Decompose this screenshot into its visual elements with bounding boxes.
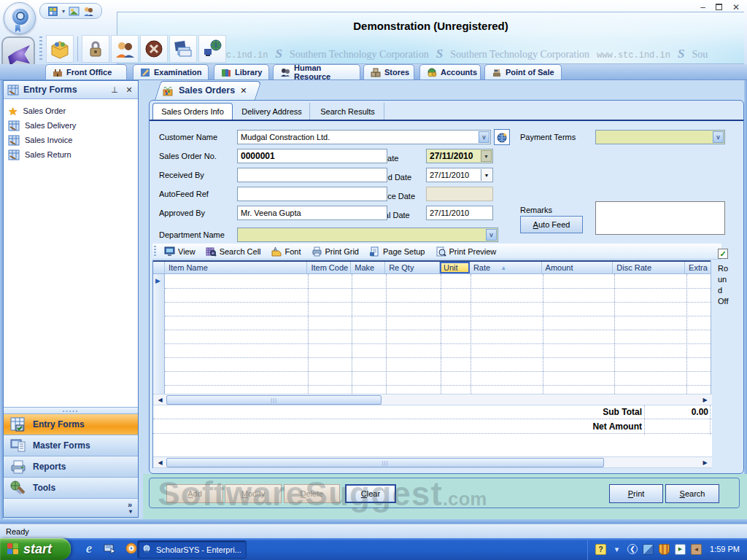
grid-tool-icon[interactable]	[47, 6, 58, 17]
tab-human-resource[interactable]: Human Resource	[273, 64, 360, 79]
arrange-tray-icon[interactable]: ▾	[611, 544, 622, 555]
grid-hscrollbar[interactable]: ◀ ||| ▶	[153, 394, 712, 405]
dropdown-icon[interactable]: v	[479, 131, 489, 143]
sidebar-splitter[interactable]: •••••	[4, 407, 138, 413]
dropdown-icon[interactable]: v	[713, 131, 724, 143]
network-tray-icon[interactable]	[643, 544, 654, 555]
sidebar-item-sales-return[interactable]: Sales Return	[4, 147, 138, 162]
security-shield-tray-icon[interactable]	[659, 544, 670, 555]
subtab-sales-orders-info[interactable]: Sales Orders Info	[152, 103, 233, 120]
nav-master-forms[interactable]: Master Forms	[4, 435, 138, 456]
auto-feed-button[interactable]: Auto Feed	[520, 216, 583, 233]
scroll-left-icon[interactable]: ◀	[155, 458, 166, 467]
approved-by-input[interactable]: Mr. Veena Gupta	[237, 206, 387, 220]
taskbar-task-scholarsys[interactable]: ScholarSYS - Enterpri...	[137, 540, 247, 559]
scroll-right-icon[interactable]: ▶	[700, 458, 711, 467]
sidebar-item-sales-invoice[interactable]: Sales Invoice	[4, 133, 138, 147]
totals-hscrollbar[interactable]: ◀ ||| ▶	[153, 456, 712, 468]
column-re-qty[interactable]: Re Qty	[385, 262, 440, 273]
delete-button[interactable]: Delete	[284, 484, 340, 503]
close-button[interactable]: ✕	[732, 3, 740, 12]
sidebar-item-sales-order[interactable]: ★ Sales Order	[4, 104, 138, 118]
package-toolbar-button[interactable]	[46, 35, 74, 63]
print-grid-button[interactable]: Print Grid	[308, 246, 363, 257]
lock-toolbar-button[interactable]	[82, 35, 109, 63]
sidebar-close-icon[interactable]: ✕	[124, 85, 134, 95]
search-button[interactable]: Search	[665, 484, 719, 503]
round-off-checkbox[interactable]: ✓	[718, 249, 728, 259]
column-amount[interactable]: Amount	[542, 262, 614, 273]
tab-accounts[interactable]: Accounts	[419, 64, 481, 79]
received-date-picker[interactable]: 27/11/2010 ▼	[426, 168, 493, 182]
remarks-textarea[interactable]	[595, 201, 725, 235]
nav-overflow-button[interactable]: » ▾	[4, 498, 138, 517]
books-toolbar-button[interactable]	[169, 35, 197, 63]
column-unit-selected[interactable]: Unit	[440, 262, 470, 273]
tab-stores[interactable]: Stores	[363, 64, 414, 79]
payment-terms-combo[interactable]: v	[595, 130, 725, 144]
print-button[interactable]: Print	[609, 484, 663, 503]
scroll-left-icon[interactable]: ◀	[155, 395, 166, 405]
page-setup-button[interactable]: Page Setup	[365, 246, 429, 257]
pin-icon[interactable]: ⊥	[109, 85, 120, 95]
column-make[interactable]: Make	[351, 262, 385, 273]
department-name-combo[interactable]: v	[237, 228, 498, 242]
scrollbar-thumb[interactable]: |||	[166, 458, 604, 467]
nav-entry-forms[interactable]: Entry Forms	[4, 413, 138, 435]
subtab-search-results[interactable]: Search Results	[311, 103, 384, 120]
minimize-button[interactable]: –	[700, 3, 705, 12]
dropdown-icon[interactable]: v	[486, 229, 497, 241]
media-player-icon[interactable]	[124, 541, 139, 556]
scroll-right-icon[interactable]: ▶	[700, 395, 711, 405]
users-toolbar-button[interactable]	[111, 35, 139, 63]
customer-lookup-button[interactable]	[494, 129, 510, 145]
dropdown-icon[interactable]: ▼	[481, 169, 492, 181]
add-button[interactable]: Add	[166, 484, 223, 503]
column-extra[interactable]: Extra	[685, 262, 711, 273]
autofeed-ref-input[interactable]	[237, 187, 387, 201]
sidebar-item-sales-delivery[interactable]: Sales Delivery	[4, 118, 138, 133]
modify-button[interactable]: Modify	[225, 484, 282, 503]
tab-front-office[interactable]: Front Office	[45, 64, 127, 79]
tab-examination[interactable]: Examination	[133, 64, 209, 79]
nav-reports[interactable]: Reports	[4, 456, 138, 477]
grid-body[interactable]: ▶	[153, 274, 711, 394]
view-button[interactable]: View	[160, 246, 199, 257]
customer-name-combo[interactable]: Mudgal Constraction Ltd. v	[237, 130, 491, 144]
point-of-sale-icon	[492, 68, 502, 77]
help-tray-icon[interactable]: ?	[595, 544, 606, 555]
dropdown-icon[interactable]: ▼	[481, 150, 492, 162]
column-disc-rate[interactable]: Disc Rate	[613, 262, 685, 273]
tab-library[interactable]: Library	[214, 64, 269, 79]
column-rate[interactable]: Rate▲	[470, 262, 542, 273]
search-cell-button[interactable]: Search Cell	[202, 246, 265, 257]
application-menu-button[interactable]	[4, 2, 36, 34]
approval-date-field[interactable]: 27/11/2010	[426, 206, 493, 220]
collapse-tray-icon[interactable]: ❮	[627, 544, 638, 554]
column-item-name[interactable]: Item Name	[165, 262, 307, 273]
volume-tray-icon[interactable]: ◄	[691, 544, 702, 555]
picture-tool-icon[interactable]	[69, 6, 80, 17]
start-button[interactable]: start	[0, 538, 71, 560]
tab-point-of-sale[interactable]: Point of Sale	[484, 64, 562, 79]
users-tool-icon[interactable]	[83, 6, 94, 17]
font-button[interactable]: A Font	[268, 246, 305, 257]
document-tab-close-icon[interactable]: ✕	[240, 86, 247, 96]
print-preview-button[interactable]: Print Preview	[432, 246, 500, 257]
scheduler-tray-icon[interactable]: ▶	[675, 544, 686, 555]
sales-order-no-input[interactable]: 0000001	[237, 149, 387, 163]
restore-button[interactable]	[716, 4, 722, 10]
scrollbar-thumb[interactable]: |||	[166, 395, 382, 405]
column-item-code[interactable]: Item Code	[307, 262, 351, 273]
network-toolbar-button[interactable]	[198, 35, 226, 63]
internet-explorer-icon[interactable]: e	[82, 541, 96, 556]
qat-dropdown-icon[interactable]: ▾	[62, 8, 65, 15]
cancel-toolbar-button[interactable]	[140, 35, 168, 63]
received-by-input[interactable]	[237, 168, 387, 182]
subtab-delivery-address[interactable]: Delivery Address	[234, 103, 310, 120]
document-tab-sales-orders[interactable]: Sales Orders ✕	[155, 81, 255, 100]
nav-tools[interactable]: Tools	[4, 477, 138, 498]
show-desktop-icon[interactable]	[103, 541, 117, 556]
clear-button[interactable]: Clear	[345, 484, 396, 503]
order-date-picker[interactable]: 27/11/2010 ▼	[426, 149, 493, 163]
